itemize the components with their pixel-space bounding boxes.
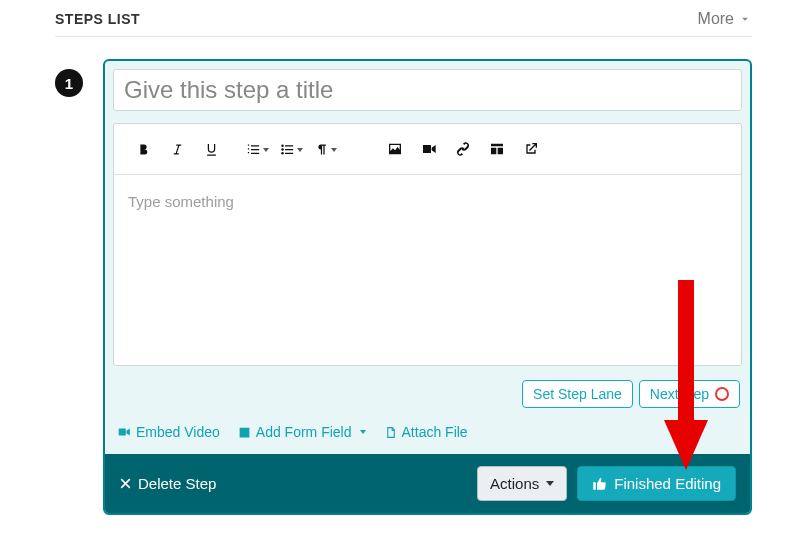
ordered-list-icon bbox=[246, 142, 261, 157]
next-step-label: Next step bbox=[650, 386, 709, 402]
steps-header: STEPS LIST More bbox=[55, 0, 752, 37]
more-label: More bbox=[698, 10, 734, 28]
svg-point-2 bbox=[281, 152, 284, 155]
editor-placeholder: Type something bbox=[128, 193, 234, 210]
finished-editing-button[interactable]: Finished Editing bbox=[577, 466, 736, 501]
link-icon bbox=[455, 141, 471, 157]
circle-icon bbox=[715, 387, 729, 401]
unordered-list-button[interactable] bbox=[270, 134, 304, 164]
add-form-field-label: Add Form Field bbox=[256, 424, 352, 440]
step-card: Type something Set Step Lane Next step E… bbox=[103, 59, 752, 515]
editor-body[interactable]: Type something bbox=[114, 175, 741, 365]
set-step-lane-label: Set Step Lane bbox=[533, 386, 622, 402]
card-footer: Delete Step Actions Finished Editing bbox=[105, 454, 750, 513]
close-icon bbox=[119, 477, 132, 490]
editor-toolbar bbox=[114, 124, 741, 175]
set-step-lane-button[interactable]: Set Step Lane bbox=[522, 380, 633, 408]
chevron-down-icon bbox=[738, 12, 752, 26]
bold-icon bbox=[136, 142, 151, 157]
video-icon bbox=[117, 425, 131, 439]
paragraph-icon bbox=[314, 142, 329, 157]
image-icon bbox=[387, 141, 403, 157]
step-title-input[interactable] bbox=[113, 69, 742, 111]
rich-editor: Type something bbox=[113, 123, 742, 366]
file-icon bbox=[384, 426, 397, 439]
actions-label: Actions bbox=[490, 475, 539, 492]
next-step-button[interactable]: Next step bbox=[639, 380, 740, 408]
open-external-button[interactable] bbox=[514, 134, 548, 164]
more-menu[interactable]: More bbox=[698, 10, 752, 28]
finished-editing-label: Finished Editing bbox=[614, 475, 721, 492]
insert-link-button[interactable] bbox=[446, 134, 480, 164]
ordered-list-button[interactable] bbox=[236, 134, 270, 164]
steps-list-title: STEPS LIST bbox=[55, 11, 140, 27]
insert-table-button[interactable] bbox=[480, 134, 514, 164]
italic-icon bbox=[170, 142, 185, 157]
attach-file-label: Attach File bbox=[402, 424, 468, 440]
embed-video-link[interactable]: Embed Video bbox=[117, 424, 220, 440]
insert-image-button[interactable] bbox=[378, 134, 412, 164]
external-link-icon bbox=[523, 141, 539, 157]
form-field-icon bbox=[238, 426, 251, 439]
insert-video-button[interactable] bbox=[412, 134, 446, 164]
svg-point-0 bbox=[281, 144, 284, 147]
unordered-list-icon bbox=[280, 142, 295, 157]
paragraph-format-button[interactable] bbox=[304, 134, 338, 164]
thumbs-up-icon bbox=[592, 476, 607, 491]
underline-button[interactable] bbox=[194, 134, 228, 164]
video-icon bbox=[421, 141, 437, 157]
delete-step-button[interactable]: Delete Step bbox=[119, 475, 216, 492]
delete-step-label: Delete Step bbox=[138, 475, 216, 492]
embed-video-label: Embed Video bbox=[136, 424, 220, 440]
svg-point-1 bbox=[281, 148, 284, 151]
attach-file-link[interactable]: Attach File bbox=[384, 424, 468, 440]
bold-button[interactable] bbox=[126, 134, 160, 164]
add-form-field-link[interactable]: Add Form Field bbox=[238, 424, 366, 440]
actions-button[interactable]: Actions bbox=[477, 466, 567, 501]
underline-icon bbox=[204, 142, 219, 157]
italic-button[interactable] bbox=[160, 134, 194, 164]
step-number-badge: 1 bbox=[55, 69, 83, 97]
table-icon bbox=[489, 141, 505, 157]
